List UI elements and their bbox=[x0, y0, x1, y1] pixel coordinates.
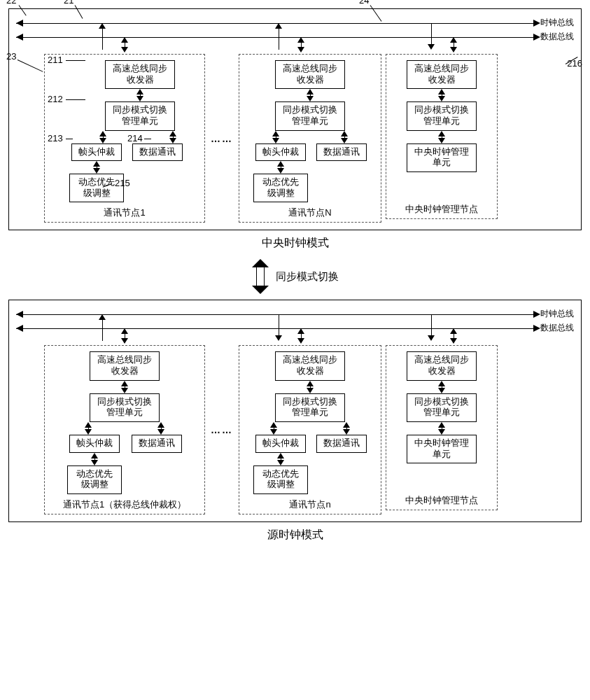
clock-bus-arrow-r bbox=[533, 20, 540, 27]
clock-bus-arrow-l bbox=[16, 20, 23, 27]
arrow-v bbox=[277, 453, 284, 465]
central-clock-node-lower: 高速总线同步收发器 同步模式切换管理单元 中央时钟管理单元 中央时钟管理节点 bbox=[386, 345, 498, 510]
arrow-v bbox=[343, 422, 350, 435]
mode-title-source: 源时钟模式 bbox=[8, 528, 582, 542]
mode-switch-arrow bbox=[252, 259, 269, 294]
unit-central-clock-mgr: 中央时钟管理单元 bbox=[407, 435, 477, 463]
central-clock-node: 高速总线同步收发器 同步模式切换管理单元 中央时钟管理单元 中央时钟管理节点 bbox=[386, 54, 498, 219]
ref-22: 22 bbox=[6, 0, 16, 6]
unit-mode-switch: 同步模式切换管理单元 bbox=[275, 393, 345, 422]
clock-bus-label: 时钟总线 bbox=[540, 308, 574, 320]
arrow-v bbox=[169, 131, 176, 144]
arrow-v bbox=[270, 422, 277, 435]
data-bus-arrow-l bbox=[16, 34, 23, 41]
unit-data-comm: 数据通讯 bbox=[132, 144, 183, 162]
unit-mode-switch: 同步模式切换管理单元 bbox=[407, 393, 477, 422]
unit-frame-arb: 帧头仲裁 bbox=[255, 144, 306, 162]
drop bbox=[99, 314, 106, 341]
ref-215: 215 bbox=[115, 178, 130, 188]
arrow-v bbox=[93, 161, 100, 174]
nodes-row-bottom: 高速总线同步收发器 同步模式切换管理单元 帧头仲裁 动态优先级调整 数据通讯 通… bbox=[44, 345, 574, 514]
drop bbox=[121, 328, 128, 344]
unit-mode-switch: 同步模式切换管理单元 bbox=[275, 102, 345, 130]
bus-area-top: 时钟总线 数据总线 bbox=[16, 15, 574, 50]
drop bbox=[450, 37, 457, 52]
data-bus-label: 数据总线 bbox=[540, 31, 574, 43]
mode-title-central: 中央时钟模式 bbox=[8, 236, 582, 251]
arrow-v bbox=[277, 161, 284, 174]
unit-data-comm: 数据通讯 bbox=[316, 435, 367, 453]
unit-transceiver: 高速总线同步收发器 bbox=[105, 60, 175, 89]
ref-line-213 bbox=[66, 139, 73, 139]
arrow-v bbox=[85, 422, 92, 435]
data-bus-arrow-r bbox=[533, 325, 540, 332]
drop bbox=[275, 23, 282, 50]
arrow-v bbox=[438, 89, 445, 102]
drop bbox=[275, 314, 282, 341]
unit-transceiver: 高速总线同步收发器 bbox=[275, 60, 345, 89]
data-bus-arrow-r bbox=[533, 34, 540, 41]
comm-node-1-source: 高速总线同步收发器 同步模式切换管理单元 帧头仲裁 动态优先级调整 数据通讯 通… bbox=[44, 345, 205, 514]
drop bbox=[428, 314, 435, 341]
arrow-v bbox=[272, 131, 279, 144]
ref-line-214 bbox=[144, 139, 151, 139]
arrow-v bbox=[341, 131, 348, 144]
drop bbox=[428, 23, 435, 50]
drop bbox=[450, 328, 457, 344]
mode-switch-block: 同步模式切换 bbox=[8, 259, 582, 294]
ref-213: 213 bbox=[48, 133, 63, 144]
clock-bus-arrow-r bbox=[533, 311, 540, 318]
drop bbox=[297, 37, 304, 52]
node-title: 中央时钟管理节点 bbox=[392, 494, 491, 507]
arrow-v bbox=[438, 131, 445, 144]
ref-21: 21 bbox=[64, 0, 73, 6]
drop bbox=[297, 328, 304, 344]
arrow-v bbox=[157, 422, 164, 435]
data-bus-arrow-l bbox=[16, 325, 23, 332]
unit-mode-switch: 同步模式切换管理单元 bbox=[407, 102, 477, 130]
unit-mode-switch: 同步模式切换管理单元 bbox=[90, 393, 160, 422]
unit-frame-arb: 帧头仲裁 bbox=[71, 144, 122, 162]
node-title: 通讯节点1 bbox=[50, 206, 199, 219]
ref-216: 216 bbox=[567, 58, 582, 69]
ref-line-211 bbox=[66, 60, 85, 61]
arrow-v bbox=[438, 422, 445, 435]
drop bbox=[121, 37, 128, 52]
nodes-row-top: 211 212 213 214 215 高速总线同步收发器 同步模式切换管理单元 bbox=[44, 54, 574, 223]
comm-node-n-upper: 高速总线同步收发器 同步模式切换管理单元 帧头仲裁 动态优先级调整 数据通讯 通… bbox=[239, 54, 381, 223]
unit-frame-arb: 帧头仲裁 bbox=[69, 435, 120, 453]
unit-data-comm: 数据通讯 bbox=[132, 435, 182, 453]
unit-transceiver: 高速总线同步收发器 bbox=[90, 351, 160, 380]
ref-line-212 bbox=[66, 99, 85, 100]
arrow-v bbox=[136, 89, 143, 102]
arrow-v bbox=[307, 381, 314, 393]
data-bus-label: 数据总线 bbox=[540, 322, 574, 334]
comm-node-1: 211 212 213 214 215 高速总线同步收发器 同步模式切换管理单元 bbox=[44, 54, 205, 223]
arrow-v bbox=[307, 89, 314, 102]
ref-24: 24 bbox=[359, 0, 369, 6]
node-title: 通讯节点1（获得总线仲裁权） bbox=[50, 498, 199, 511]
ref-211: 211 bbox=[48, 55, 63, 65]
panel-source-clock: 时钟总线 数据总线 高速总线同步收发器 bbox=[8, 300, 582, 522]
ellipsis: …… bbox=[209, 424, 234, 435]
ellipsis: …… bbox=[209, 133, 234, 144]
arrow-v bbox=[91, 453, 98, 465]
unit-central-clock-mgr: 中央时钟管理单元 bbox=[407, 144, 477, 172]
unit-transceiver: 高速总线同步收发器 bbox=[407, 60, 477, 89]
unit-mode-switch: 同步模式切换管理单元 bbox=[105, 102, 175, 130]
mode-switch-label: 同步模式切换 bbox=[276, 270, 339, 284]
panel-central-clock: 22 21 24 时钟总线 数据总线 bbox=[8, 8, 582, 230]
arrow-v bbox=[438, 381, 445, 393]
unit-transceiver: 高速总线同步收发器 bbox=[275, 351, 345, 380]
node-title: 中央时钟管理节点 bbox=[392, 203, 491, 216]
node-title: 通讯节点N bbox=[245, 206, 375, 219]
node-title: 通讯节点n bbox=[245, 498, 375, 511]
drop bbox=[99, 23, 106, 50]
ref-23: 23 bbox=[6, 51, 16, 62]
arrow-v bbox=[99, 131, 106, 144]
clock-bus-arrow-l bbox=[16, 311, 23, 318]
ref-212: 212 bbox=[48, 94, 63, 104]
ref-214: 214 bbox=[127, 133, 143, 144]
unit-dyn-prio: 动态优先级调整 bbox=[253, 174, 308, 202]
comm-node-n-lower: 高速总线同步收发器 同步模式切换管理单元 帧头仲裁 动态优先级调整 数据通讯 通… bbox=[239, 345, 381, 514]
